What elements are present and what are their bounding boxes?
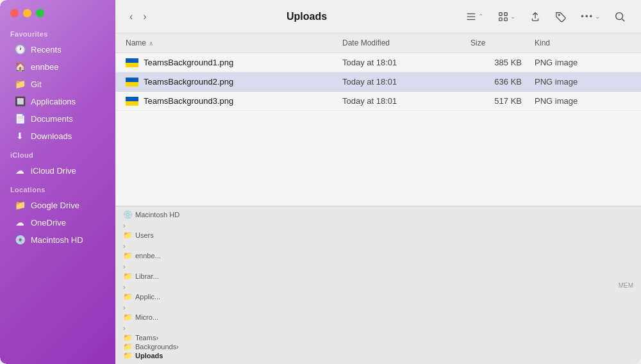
table-row[interactable]: TeamsBackground3.png Today at 18:01 517 … <box>115 92 641 111</box>
breadcrumb-sep: › <box>123 324 126 332</box>
file-date: Today at 18:01 <box>342 58 470 67</box>
breadcrumb-sep: › <box>123 222 126 229</box>
sidebar-item-icloud-drive[interactable]: ☁ iCloud Drive <box>4 162 112 179</box>
file-date: Today at 18:01 <box>342 77 470 87</box>
share-button[interactable] <box>524 8 546 25</box>
file-kind: PNG image <box>535 58 631 67</box>
forward-button[interactable]: › <box>139 10 150 24</box>
tag-button[interactable] <box>550 8 572 25</box>
sidebar-item-applications[interactable]: 🔲 Applications <box>4 93 112 110</box>
breadcrumb-item-users[interactable]: 📁Users <box>123 231 179 240</box>
col-size[interactable]: Size <box>470 36 535 50</box>
svg-point-7 <box>559 14 560 15</box>
breadcrumb-label-applic: Applic... <box>135 293 160 301</box>
sidebar-item-macintosh-hd[interactable]: 💿 Macintosh HD <box>4 231 112 248</box>
sidebar-label-applications: Applications <box>31 97 76 106</box>
sidebar-locations: 📁 Google Drive ☁ OneDrive 💿 Macintosh HD <box>0 196 115 249</box>
breadcrumb-item-uploads[interactable]: 📁Uploads <box>123 351 179 360</box>
col-date-modified[interactable]: Date Modified <box>342 36 470 50</box>
sidebar-label-icloud-drive: iCloud Drive <box>31 166 76 176</box>
teams-breadcrumb-icon: 📁 <box>123 333 133 342</box>
breadcrumb-label-uploads: Uploads <box>135 352 163 360</box>
breadcrumb-item-macintosh-hd[interactable]: 💿Macintosh HD <box>123 210 179 219</box>
sidebar: Favourites 🕐 Recents 🏠 ennbee 📁 Git 🔲 Ap… <box>0 0 115 364</box>
back-button[interactable]: ‹ <box>126 10 137 24</box>
maximize-button[interactable] <box>36 9 44 17</box>
breadcrumb-item-backgrounds[interactable]: 📁Backgrounds› <box>123 342 179 351</box>
favourites-section-label: Favourites <box>0 24 115 40</box>
file-list-header: Name ∧ Date Modified Size Kind <box>115 33 641 53</box>
minimize-button[interactable] <box>23 9 31 17</box>
sidebar-label-downloads: Downloads <box>31 131 72 141</box>
locations-section-label: Locations <box>0 179 115 196</box>
breadcrumb-item-applic[interactable]: 📁Applic... <box>123 292 179 301</box>
sidebar-label-macintosh-hd: Macintosh HD <box>31 235 83 245</box>
icloud-drive-icon: ☁ <box>14 165 26 176</box>
breadcrumb: 💿Macintosh HD›📁Users›📁ennbe...›📁Librar..… <box>123 210 179 360</box>
breadcrumb-item-teams[interactable]: 📁Teams› <box>123 333 179 342</box>
col-name[interactable]: Name ∧ <box>126 36 342 50</box>
window-title: Uploads <box>166 11 448 22</box>
micro-breadcrumb-icon: 📁 <box>123 313 133 322</box>
svg-rect-13 <box>126 82 138 87</box>
google-drive-icon: 📁 <box>14 200 26 210</box>
sidebar-item-recents[interactable]: 🕐 Recents <box>4 41 112 58</box>
file-rows-container: TeamsBackground1.png Today at 18:01 385 … <box>115 53 641 111</box>
file-kind: PNG image <box>535 96 631 106</box>
sidebar-label-google-drive: Google Drive <box>31 201 79 210</box>
users-breadcrumb-icon: 📁 <box>123 231 133 240</box>
file-size: 385 KB <box>470 58 535 67</box>
sidebar-label-git: Git <box>31 79 42 89</box>
svg-rect-3 <box>499 12 503 15</box>
file-size: 636 KB <box>470 77 535 87</box>
sidebar-icloud: ☁ iCloud Drive <box>0 161 115 179</box>
sidebar-item-ennbee[interactable]: 🏠 ennbee <box>4 58 112 75</box>
sidebar-favourites: 🕐 Recents 🏠 ennbee 📁 Git 🔲 Applications … <box>0 40 115 145</box>
breadcrumb-sep: › <box>123 304 126 311</box>
breadcrumb-label-micro: Micro... <box>135 313 158 321</box>
search-button[interactable] <box>609 8 631 25</box>
documents-icon: 📄 <box>14 113 26 124</box>
downloads-icon: ⬇ <box>14 131 26 141</box>
empty-area <box>115 111 641 206</box>
file-name: TeamsBackground2.png <box>144 77 233 87</box>
table-row[interactable]: TeamsBackground1.png Today at 18:01 385 … <box>115 53 641 72</box>
sidebar-item-downloads[interactable]: ⬇ Downloads <box>4 128 112 144</box>
macintosh-hd-breadcrumb-icon: 💿 <box>123 210 133 219</box>
svg-rect-10 <box>126 58 138 63</box>
col-kind[interactable]: Kind <box>535 36 631 50</box>
sidebar-item-documents[interactable]: 📄 Documents <box>4 110 112 127</box>
breadcrumb-item-micro[interactable]: 📁Micro... <box>123 313 179 322</box>
ennbee-icon: 🏠 <box>14 62 26 72</box>
backgrounds-breadcrumb-icon: 📁 <box>123 342 133 351</box>
sidebar-item-google-drive[interactable]: 📁 Google Drive <box>4 197 112 213</box>
close-button[interactable] <box>10 9 19 17</box>
more-button[interactable]: ••• ⌄ <box>576 9 605 24</box>
macintosh-hd-icon: 💿 <box>14 235 26 245</box>
file-name: TeamsBackground3.png <box>144 96 233 106</box>
svg-rect-6 <box>504 17 508 21</box>
file-icon <box>126 96 138 106</box>
ennbee-breadcrumb-icon: 📁 <box>123 251 133 260</box>
onedrive-icon: ☁ <box>14 217 26 228</box>
main-content: ‹ › Uploads ⌃ ⌄ <box>115 0 641 364</box>
sidebar-label-ennbee: ennbee <box>31 62 58 72</box>
file-icon <box>126 77 138 87</box>
grid-view-button[interactable]: ⌄ <box>492 8 520 25</box>
file-size: 517 KB <box>470 96 535 106</box>
sidebar-item-git[interactable]: 📁 Git <box>4 76 112 92</box>
breadcrumb-label-users: Users <box>135 231 154 239</box>
table-row[interactable]: TeamsBackground2.png Today at 18:01 636 … <box>115 72 641 92</box>
applic-breadcrumb-icon: 📁 <box>123 292 133 301</box>
breadcrumb-item-ennbee[interactable]: 📁ennbe... <box>123 251 179 260</box>
file-kind: PNG image <box>535 77 631 87</box>
list-view-button[interactable]: ⌃ <box>460 8 488 25</box>
sidebar-item-onedrive[interactable]: ☁ OneDrive <box>4 214 112 231</box>
svg-rect-15 <box>126 101 138 106</box>
breadcrumb-label-ennbee: ennbe... <box>135 252 161 260</box>
breadcrumb-sep: › <box>123 242 126 250</box>
svg-point-8 <box>616 12 623 19</box>
breadcrumb-item-library[interactable]: 📁Librar... <box>123 272 179 281</box>
file-list: Name ∧ Date Modified Size Kind TeamsBack… <box>115 33 641 206</box>
uploads-breadcrumb-icon: 📁 <box>123 351 133 360</box>
